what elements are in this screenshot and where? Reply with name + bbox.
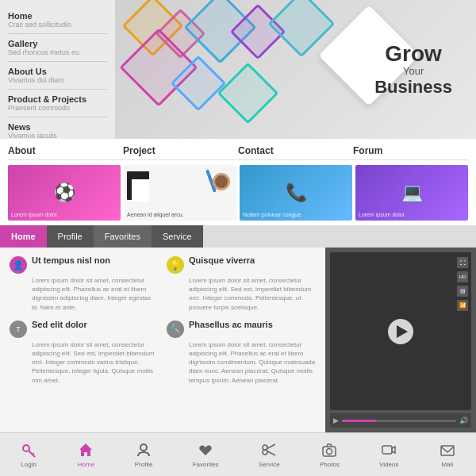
volume-icon[interactable]: 🔊	[459, 416, 468, 424]
bottom-item-photos[interactable]: Photos	[320, 441, 340, 468]
notebook-icon	[127, 171, 149, 200]
feature-label-project: Project	[123, 145, 238, 156]
item3-text: Lorem ipsum dolor sit amet, consectetur …	[32, 340, 159, 385]
bottom-label-mail: Mail	[441, 461, 453, 468]
bottom-item-login[interactable]: Login	[20, 441, 37, 468]
content-columns: 👤 Ut tempus nisl non Lorem ipsum dolor s…	[10, 255, 316, 393]
bottom-label-favorites: Favorites	[193, 461, 219, 468]
svg-point-6	[263, 450, 267, 455]
svg-marker-12	[392, 447, 395, 453]
bulb-icon: 💡	[167, 256, 184, 274]
text-icon: T	[10, 321, 27, 338]
feature-label-contact: Contact	[238, 145, 353, 156]
page: Home Cras sed sollicitudin Gallery Sed r…	[0, 0, 476, 476]
scissors-icon	[260, 441, 278, 459]
item2-text: Lorem ipsum dolor sit amet, consectetur …	[189, 276, 316, 312]
item2-title: Quisque viverra	[189, 255, 255, 265]
progress-bar[interactable]	[342, 420, 456, 422]
nav-item-home[interactable]: Home Cras sed sollicitudin	[8, 6, 107, 34]
tab-home[interactable]: Home	[0, 225, 47, 248]
svg-point-10	[327, 449, 332, 455]
bottom-label-profile: Profile	[135, 461, 153, 468]
nav-item-about[interactable]: About Us Vivamus dui diam	[8, 62, 107, 90]
feature-box-project[interactable]: Aenean id aliquet arcu.	[124, 165, 236, 221]
bottom-item-home[interactable]: Home	[77, 441, 94, 468]
svg-line-2	[33, 453, 34, 455]
hero-text: Grow Your Business	[374, 42, 452, 97]
item1-title: Ut tempus nisl non	[32, 255, 110, 265]
hero-grow: Grow	[374, 42, 452, 64]
video-player[interactable]: ⛶ HD ▤ 📶	[330, 252, 471, 410]
hero-business: Business	[374, 76, 452, 97]
svg-line-7	[267, 444, 276, 449]
quality-icon[interactable]: ▤	[457, 286, 468, 297]
home-icon	[77, 441, 94, 459]
about-icon: ⚽	[54, 182, 75, 203]
feature-labels: About Project Contact Forum	[8, 145, 468, 160]
content-item-2: 💡 Quisque viverra Lorem ipsum dolor sit …	[167, 255, 316, 312]
item4-text: Lorem ipsum dolor sit amet, consectetur …	[189, 340, 316, 385]
video-controls: ▶ 🔊	[330, 413, 471, 428]
svg-marker-3	[79, 443, 92, 456]
nav-item-gallery[interactable]: Gallery Sed rhoncus metus eu	[8, 34, 107, 62]
person-icon: 👤	[10, 256, 27, 274]
feature-boxes: ⚽ Lorem ipsum dolor. Aenean id aliquet a…	[8, 160, 468, 225]
bottom-label-login: Login	[21, 461, 36, 468]
play-triangle-icon	[397, 325, 408, 338]
feature-label-about: About	[8, 145, 123, 156]
item2-header: 💡 Quisque viverra	[167, 255, 316, 274]
bottom-label-home: Home	[78, 461, 94, 468]
item4-title: Phasellus ac mauris	[189, 320, 273, 329]
content-col-right: 💡 Quisque viverra Lorem ipsum dolor sit …	[167, 255, 316, 393]
tabs-section: Home Profile Favorites Service	[0, 225, 476, 248]
video-icon	[380, 441, 397, 459]
profile-icon	[135, 441, 152, 459]
item1-header: 👤 Ut tempus nisl non	[10, 255, 159, 274]
hero-your: Your	[374, 64, 452, 76]
mail-icon	[439, 441, 456, 459]
bottom-item-favorites[interactable]: Favorites	[193, 441, 219, 468]
item1-text: Lorem ipsum dolor sit amet, consectetur …	[32, 276, 159, 312]
item3-title: Sed elit dolor	[32, 320, 87, 329]
item3-header: T Sed elit dolor	[10, 320, 159, 338]
svg-point-4	[140, 444, 147, 451]
tab-profile[interactable]: Profile	[47, 225, 94, 248]
left-nav: Home Cras sed sollicitudin Gallery Sed r…	[0, 0, 115, 139]
feature-box-about[interactable]: ⚽ Lorem ipsum dolor.	[8, 165, 121, 221]
top-section: Home Cras sed sollicitudin Gallery Sed r…	[0, 0, 476, 139]
feature-box-forum[interactable]: 💻 Lorem ipsum dolor.	[355, 165, 468, 221]
bottom-item-videos[interactable]: Videos	[379, 441, 398, 468]
main-content: 👤 Ut tempus nisl non Lorem ipsum dolor s…	[0, 248, 476, 432]
svg-line-8	[267, 451, 276, 456]
svg-point-0	[23, 445, 29, 451]
hd-icon[interactable]: HD	[457, 271, 468, 282]
feature-box-contact[interactable]: 📞 Nullam pulvinar congue.	[240, 165, 352, 221]
tab-service[interactable]: Service	[152, 225, 203, 248]
progress-fill	[342, 420, 376, 422]
fullscreen-icon[interactable]: ⛶	[457, 257, 468, 268]
content-item-3: T Sed elit dolor Lorem ipsum dolor sit a…	[10, 320, 159, 385]
play-button[interactable]	[388, 319, 413, 344]
svg-point-5	[263, 445, 267, 450]
play-pause-ctrl[interactable]: ▶	[333, 416, 339, 424]
project-caption: Aenean id aliquet arcu.	[127, 212, 184, 217]
video-side-icons: ⛶ HD ▤ 📶	[457, 257, 468, 311]
feature-label-forum: Forum	[353, 145, 468, 156]
bottom-item-service[interactable]: Service	[259, 441, 280, 468]
bottom-item-mail[interactable]: Mail	[439, 441, 456, 468]
signal-icon[interactable]: 📶	[457, 300, 468, 311]
nav-item-projects[interactable]: Product & Projects Praesent commodo	[8, 90, 107, 117]
svg-rect-13	[441, 446, 454, 455]
hero-section: Grow Your Business	[115, 0, 476, 139]
item4-header: 🔧 Phasellus ac mauris	[167, 320, 316, 338]
coffee-icon	[213, 173, 230, 190]
deco-square-8	[217, 63, 279, 125]
bottom-label-service: Service	[259, 461, 280, 468]
contact-icon: 📞	[286, 182, 307, 203]
bottom-label-videos: Videos	[379, 461, 398, 468]
bottom-item-profile[interactable]: Profile	[135, 441, 153, 468]
tab-favorites[interactable]: Favorites	[94, 225, 152, 248]
contact-caption: Nullam pulvinar congue.	[243, 212, 302, 217]
svg-rect-11	[382, 446, 392, 454]
heart-icon	[197, 441, 214, 459]
